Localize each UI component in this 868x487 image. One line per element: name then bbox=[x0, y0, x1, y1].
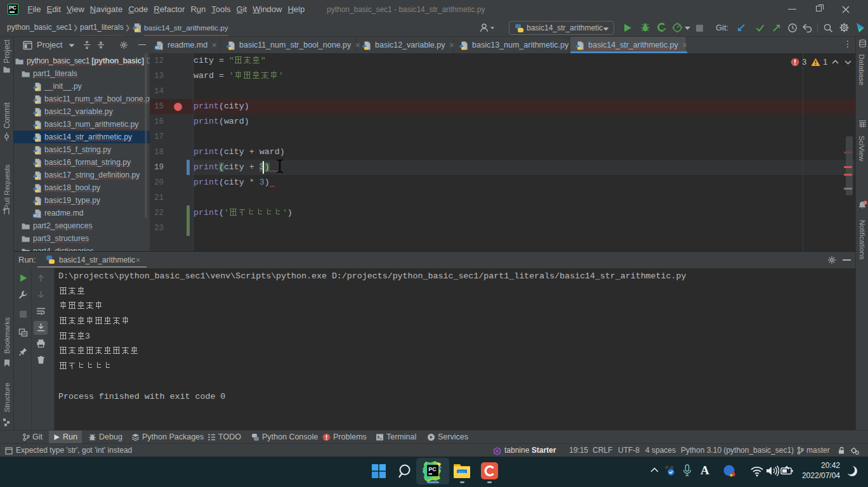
svg-text:PC: PC bbox=[428, 466, 437, 472]
